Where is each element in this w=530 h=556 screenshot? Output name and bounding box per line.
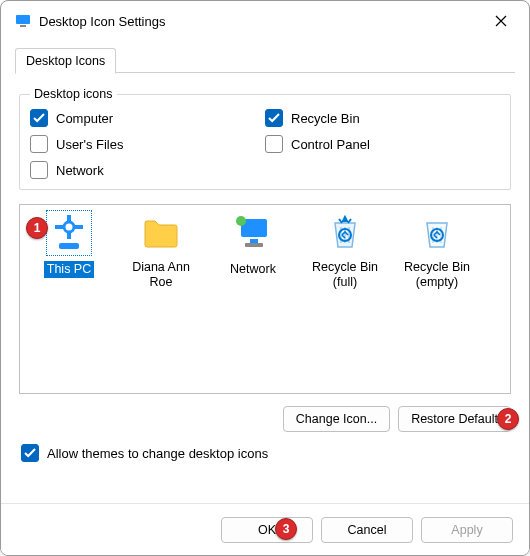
ok-button[interactable]: OK xyxy=(221,517,313,543)
folder-icon xyxy=(141,213,181,253)
annotation-badge-2: 2 xyxy=(497,408,519,430)
app-icon xyxy=(15,13,31,29)
svg-rect-0 xyxy=(16,15,30,24)
change-icon-button[interactable]: Change Icon... xyxy=(283,406,390,432)
recycle-bin-empty-icon xyxy=(417,213,457,253)
checkbox-box xyxy=(265,109,283,127)
dialog-footer: OK 3 Cancel Apply xyxy=(1,503,529,555)
checkbox-allow-themes[interactable]: Allow themes to change desktop icons xyxy=(21,444,268,462)
apply-button[interactable]: Apply xyxy=(421,517,513,543)
checkbox-control-panel[interactable]: Control Panel xyxy=(265,135,500,153)
svg-rect-5 xyxy=(59,243,79,249)
tab-strip: Desktop Icons xyxy=(15,47,515,73)
preview-item-label: Recycle Bin (empty) xyxy=(392,259,482,291)
svg-point-8 xyxy=(236,216,246,226)
client-area: Desktop Icons Desktop icons Computer Rec… xyxy=(1,41,529,474)
checkbox-label: Computer xyxy=(56,111,113,126)
preview-item-label: Diana Ann Roe xyxy=(116,259,206,291)
this-pc-icon xyxy=(49,213,89,253)
close-button[interactable] xyxy=(481,5,521,37)
restore-default-button[interactable]: Restore Default xyxy=(398,406,511,432)
preview-item-label: This PC xyxy=(44,261,94,278)
close-icon xyxy=(495,15,507,27)
checkbox-computer[interactable]: Computer xyxy=(30,109,265,127)
checkbox-box xyxy=(30,161,48,179)
checkbox-label: User's Files xyxy=(56,137,124,152)
recycle-bin-full-icon xyxy=(325,213,365,253)
svg-point-4 xyxy=(64,222,74,232)
svg-rect-7 xyxy=(250,239,258,243)
checkbox-box xyxy=(30,109,48,127)
tab-desktop-icons[interactable]: Desktop Icons xyxy=(15,48,116,74)
window-title: Desktop Icon Settings xyxy=(39,14,481,29)
annotation-badge-1: 1 xyxy=(26,217,48,239)
checkbox-box xyxy=(21,444,39,462)
preview-item-network[interactable]: Network xyxy=(208,213,298,278)
checkbox-label: Recycle Bin xyxy=(291,111,360,126)
preview-item-user-folder[interactable]: Diana Ann Roe xyxy=(116,213,206,291)
network-icon xyxy=(233,213,273,253)
svg-rect-1 xyxy=(20,25,26,27)
preview-item-recycle-empty[interactable]: Recycle Bin (empty) xyxy=(392,213,482,291)
preview-item-label: Network xyxy=(227,261,279,278)
checkbox-users-files[interactable]: User's Files xyxy=(30,135,265,153)
checkbox-label: Allow themes to change desktop icons xyxy=(47,446,268,461)
dialog-window: Desktop Icon Settings Desktop Icons Desk… xyxy=(0,0,530,556)
svg-rect-9 xyxy=(245,243,263,247)
icon-preview: 1 This PC Diana Ann Roe Network xyxy=(19,204,511,394)
annotation-badge-3: 3 xyxy=(275,518,297,540)
checkbox-label: Control Panel xyxy=(291,137,370,152)
checkbox-network[interactable]: Network xyxy=(30,161,265,179)
checkbox-box xyxy=(30,135,48,153)
titlebar: Desktop Icon Settings xyxy=(1,1,529,41)
checkbox-label: Network xyxy=(56,163,104,178)
checkbox-recycle-bin[interactable]: Recycle Bin xyxy=(265,109,500,127)
desktop-icons-group: Desktop icons Computer Recycle Bin User'… xyxy=(19,87,511,190)
cancel-button[interactable]: Cancel xyxy=(321,517,413,543)
group-legend: Desktop icons xyxy=(30,87,117,101)
preview-item-label: Recycle Bin (full) xyxy=(300,259,390,291)
checkbox-box xyxy=(265,135,283,153)
preview-item-recycle-full[interactable]: Recycle Bin (full) xyxy=(300,213,390,291)
